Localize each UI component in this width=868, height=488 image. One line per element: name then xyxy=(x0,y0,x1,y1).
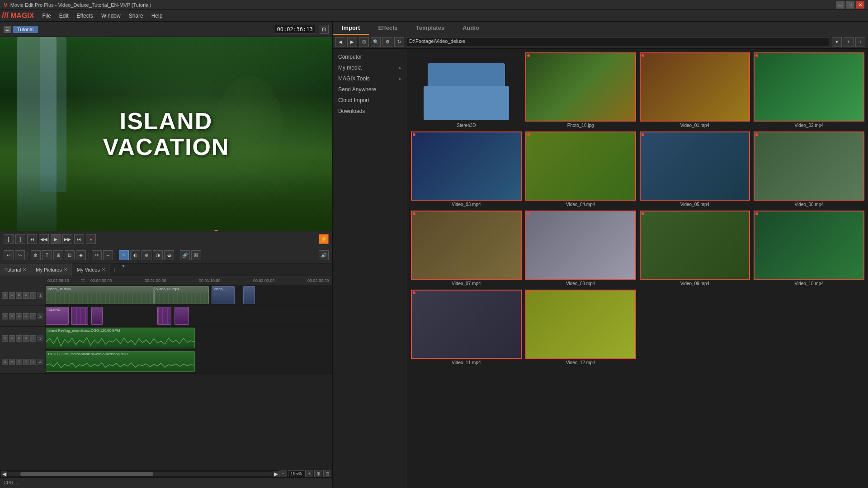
unlink-button[interactable]: ⛓ xyxy=(191,250,201,260)
track-2-content[interactable]: ISLAND... xyxy=(45,306,332,326)
media-item-video01[interactable]: Video_01.mp4 xyxy=(640,52,750,128)
sidebar-item-my-media[interactable]: My media xyxy=(333,62,407,73)
media-item-photo10[interactable]: Photo_10.jpg xyxy=(525,52,636,128)
tab-my-pictures[interactable]: My Pictures ✕ xyxy=(31,263,72,276)
track-4-vol-button[interactable]: ↕ xyxy=(30,359,37,365)
menu-help[interactable]: Help xyxy=(148,12,166,20)
media-item-stereo3d[interactable]: Stereo3D xyxy=(411,52,522,128)
clip-audio-2[interactable]: 160280_unfb_forest-ambient-with-a-birdso… xyxy=(46,351,195,372)
track-1-m-button[interactable]: M xyxy=(9,292,15,299)
track-4-m-button[interactable]: M xyxy=(9,359,15,365)
clip-video-3[interactable]: Video_... xyxy=(212,286,235,304)
track-2-solo-button[interactable]: ≡ xyxy=(23,313,29,319)
timeline-scrollbar-area[interactable]: ◀ ▶ − 195% + ⊞ ⊡ xyxy=(0,470,332,477)
browser-search-button[interactable]: 🔍 xyxy=(371,37,381,47)
sidebar-item-send-anywhere[interactable]: Send Anywhere xyxy=(333,84,407,95)
path-bar[interactable]: D:\Footage\Video_deluxe xyxy=(406,37,830,47)
track-2-m-button[interactable]: M xyxy=(9,313,15,319)
menu-window[interactable]: Window xyxy=(98,12,124,20)
track-4-content[interactable]: 160280_unfb_forest-ambient-with-a-birdso… xyxy=(45,350,332,373)
clip-purple-3[interactable] xyxy=(157,307,172,325)
add-tab-button[interactable]: + xyxy=(110,263,119,276)
mark-out-button[interactable]: ] xyxy=(15,234,25,244)
lightning-button[interactable]: ⚡ xyxy=(319,234,329,244)
title-button[interactable]: T xyxy=(42,250,52,260)
tab-effects[interactable]: Effects xyxy=(369,22,406,35)
track-3-m-button[interactable]: M xyxy=(9,335,15,342)
browser-refresh-button[interactable]: ↻ xyxy=(394,37,404,47)
media-item-video12[interactable]: Video_12.mp4 xyxy=(525,290,636,365)
snap-button[interactable]: ⊞ xyxy=(53,250,63,260)
volume-button[interactable]: 🔊 xyxy=(319,250,329,260)
media-item-video04[interactable]: Video_04.mp4 xyxy=(525,131,636,207)
browser-back-button[interactable]: ◀ xyxy=(335,37,345,47)
media-item-video10[interactable]: Video_10.mp4 xyxy=(754,211,864,286)
browser-dropdown-button[interactable]: ▼ xyxy=(832,37,842,47)
redo-button[interactable]: ↪ xyxy=(15,250,25,260)
track-1-solo-button[interactable]: ≡ xyxy=(23,292,29,299)
ripple-button[interactable]: ◐ xyxy=(130,250,140,260)
media-item-video06[interactable]: Video_06.mp4 xyxy=(754,131,864,207)
record-button[interactable]: ● xyxy=(86,234,96,244)
tutorial-tab[interactable]: Tutorial xyxy=(13,26,38,33)
undo-button[interactable]: ↩ xyxy=(4,250,14,260)
group-button[interactable]: ⊡ xyxy=(65,250,75,260)
link-button[interactable]: 🔗 xyxy=(180,250,190,260)
razor-button[interactable]: ✂ xyxy=(92,250,102,260)
browser-settings-button[interactable]: ⚙ xyxy=(382,37,392,47)
tab-my-videos[interactable]: My Videos ✕ xyxy=(72,263,110,276)
media-item-video03[interactable]: Video_03.mp4 xyxy=(411,131,522,207)
browser-sort-button[interactable]: ↕ xyxy=(855,37,865,47)
clip-purple-1[interactable] xyxy=(71,307,88,325)
browser-grid-button[interactable]: ⊞ xyxy=(359,37,369,47)
sidebar-item-computer[interactable]: Computer xyxy=(333,52,407,62)
fit-button[interactable]: ⊞ xyxy=(314,470,322,478)
track-2-s-button[interactable]: S xyxy=(2,313,8,319)
clip-purple-2[interactable] xyxy=(91,307,103,325)
zoom-out-button[interactable]: − xyxy=(279,470,287,478)
tab-arrow-button[interactable]: ▼ xyxy=(119,263,127,276)
close-button[interactable]: ✕ xyxy=(856,1,864,9)
track-3-mute-button[interactable]: ≡ xyxy=(16,335,22,342)
track-4-s-button[interactable]: S xyxy=(2,359,8,365)
prev-frame-button[interactable]: ◀◀ xyxy=(39,234,49,244)
track-1-s-button[interactable]: S xyxy=(2,292,8,299)
clip-video-2[interactable]: Video_08.mp4 xyxy=(154,286,209,304)
track-1-vol-button[interactable]: ↕ xyxy=(30,292,37,299)
tab-audio[interactable]: Audio xyxy=(453,22,488,35)
slip-button[interactable]: ◑ xyxy=(153,250,163,260)
maximize-button[interactable]: □ xyxy=(846,1,854,9)
track-4-mute-button[interactable]: ≡ xyxy=(16,359,22,365)
track-3-solo-button[interactable]: ≡ xyxy=(23,335,29,342)
prev-marker-button[interactable]: ⏮ xyxy=(27,234,37,244)
menu-file[interactable]: File xyxy=(38,12,54,20)
sidebar-item-magix-tools[interactable]: MAGIX Tools xyxy=(333,73,407,84)
media-item-video02[interactable]: Video_02.mp4 xyxy=(754,52,864,128)
slide-button[interactable]: ◒ xyxy=(164,250,174,260)
monitor-button[interactable]: ⊡ xyxy=(320,25,329,34)
next-frame-button[interactable]: ▶▶ xyxy=(62,234,72,244)
clip-audio-1[interactable]: Island Feeling_normal.mxcOGG 120.00 BPM xyxy=(46,328,195,348)
menu-edit[interactable]: Edit xyxy=(56,12,72,20)
track-3-content[interactable]: Island Feeling_normal.mxcOGG 120.00 BPM xyxy=(45,327,332,350)
browser-forward-button[interactable]: ▶ xyxy=(347,37,357,47)
scroll-left-button[interactable]: ◀ xyxy=(1,471,7,477)
track-2-mute-button[interactable]: ≡ xyxy=(16,313,22,319)
media-item-video07[interactable]: Video_07.mp4 xyxy=(411,211,522,286)
clip-video-4[interactable] xyxy=(243,286,255,304)
clip-title-1[interactable]: ISLAND... xyxy=(46,307,69,325)
next-marker-button[interactable]: ⏭ xyxy=(74,234,84,244)
roll-button[interactable]: ⊕ xyxy=(142,250,151,260)
track-1-content[interactable]: Video_06.mp4 Video_08.mp4 Video_... xyxy=(45,285,332,305)
media-item-video05[interactable]: Video_05.mp4 xyxy=(640,131,750,207)
play-button[interactable]: ▶ xyxy=(51,234,61,244)
track-3-vol-button[interactable]: ↕ xyxy=(30,335,37,342)
minimize-button[interactable]: — xyxy=(836,1,844,9)
sidebar-item-downloads[interactable]: Downloads xyxy=(333,106,407,117)
select-button[interactable]: ↖ xyxy=(119,250,129,260)
menu-share[interactable]: Share xyxy=(125,12,147,20)
media-item-video08[interactable]: Video_08.mp4 xyxy=(525,211,636,286)
tab-tutorial-close[interactable]: ✕ xyxy=(23,267,26,272)
sidebar-item-cloud-import[interactable]: Cloud Import xyxy=(333,95,407,106)
zoom-in-button[interactable]: + xyxy=(305,470,313,478)
